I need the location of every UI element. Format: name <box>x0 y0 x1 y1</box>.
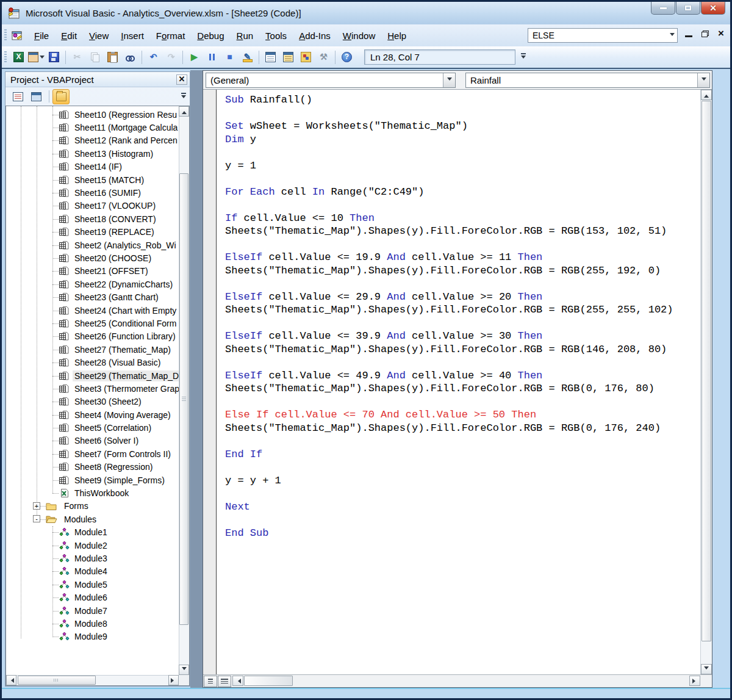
tree-item-sheet2-analytics-rob-wi[interactable]: Sheet2 (Analytics_Rob_Wi <box>6 239 179 251</box>
view-microsoft-excel-button[interactable]: X <box>10 49 27 65</box>
tree-item-sheet30-sheet2[interactable]: Sheet30 (Sheet2) <box>6 395 179 408</box>
tree-item-sheet18-convert[interactable]: Sheet18 (CONVERT) <box>6 212 179 225</box>
project-panel-options-button[interactable] <box>179 90 188 103</box>
tree-item-sheet22-dynamiccharts[interactable]: Sheet22 (DynamicCharts) <box>6 278 179 290</box>
object-combobox[interactable]: (General) <box>206 73 456 88</box>
collapse-icon[interactable]: - <box>33 515 40 522</box>
menu-debug[interactable]: Debug <box>191 28 230 43</box>
tree-item-module1[interactable]: Module1 <box>6 526 179 539</box>
menubar-grip[interactable] <box>4 29 7 41</box>
insert-userform-button[interactable] <box>28 49 45 65</box>
tree-item-sheet29-thematic-map-d[interactable]: Sheet29 (Thematic_Map_D <box>6 369 179 382</box>
tree-item-sheet10-regression-resu[interactable]: Sheet10 (Regression Resu <box>6 108 179 121</box>
tree-item-module6[interactable]: Module6 <box>6 591 179 604</box>
tree-item-sheet17-vlookup[interactable]: Sheet17 (VLOOKUP) <box>6 200 179 212</box>
paste-button[interactable] <box>104 49 121 65</box>
tree-item-module4[interactable]: Module4 <box>6 565 179 578</box>
code-editor[interactable]: Sub Rainfall() Set wSheet = Worksheets("… <box>203 90 712 674</box>
tree-item-sheet5-correlation[interactable]: Sheet5 (Correlation) <box>6 421 179 434</box>
tree-item-module2[interactable]: Module2 <box>6 539 179 552</box>
full-module-view-button[interactable] <box>218 676 231 687</box>
scroll-up-arrow[interactable] <box>701 90 712 100</box>
chevron-down-icon[interactable] <box>697 73 709 87</box>
menu-file[interactable]: File <box>28 28 55 43</box>
save-button[interactable] <box>46 49 62 65</box>
menu-help[interactable]: Help <box>381 28 412 43</box>
toggle-folders-button[interactable] <box>52 89 70 104</box>
tree-item-sheet14-if[interactable]: Sheet14 (IF) <box>6 161 179 173</box>
scroll-down-arrow[interactable] <box>701 664 712 674</box>
mdi-minimize-button[interactable] <box>685 35 692 37</box>
minimize-button[interactable] <box>651 2 675 15</box>
scroll-right-arrow[interactable] <box>168 675 179 685</box>
scroll-up-arrow[interactable] <box>179 106 189 117</box>
tree-vertical-scrollbar[interactable] <box>179 106 189 675</box>
scroll-right-arrow[interactable] <box>689 676 700 686</box>
tree-item-sheet28-visual-basic[interactable]: Sheet28 (Visual Basic) <box>6 356 179 369</box>
tree-item-sheet13-histogram[interactable]: Sheet13 (Histogram) <box>6 147 179 160</box>
tree-item-sheet21-offset[interactable]: Sheet21 (OFFSET) <box>6 265 179 278</box>
run-button[interactable]: ▶ <box>186 49 203 65</box>
tree-item-sheet27-thematic-map[interactable]: Sheet27 (Thematic_Map) <box>6 343 179 356</box>
code-hscrollbar-thumb[interactable] <box>244 676 293 686</box>
tree-item-module9[interactable]: Module9 <box>6 630 179 643</box>
properties-window-button[interactable] <box>280 49 296 65</box>
toolbox-button[interactable]: ⚒ <box>315 49 332 65</box>
tree-item-sheet23-gantt-chart[interactable]: Sheet23 (Gantt Chart) <box>6 290 179 303</box>
expand-icon[interactable]: + <box>33 502 40 510</box>
project-explorer-button[interactable] <box>262 49 279 65</box>
toolbar-grip[interactable] <box>4 51 7 63</box>
tree-item-sheet12-rank-and-percen[interactable]: Sheet12 (Rank and Percen <box>6 134 179 147</box>
help-button[interactable]: ? <box>339 49 355 65</box>
tree-item-sheet8-regression[interactable]: Sheet8 (Regression) <box>6 461 179 474</box>
menu-run[interactable]: Run <box>231 28 260 43</box>
margin-indicator-bar[interactable] <box>203 90 217 674</box>
code-scrollbar-thumb[interactable] <box>702 101 711 641</box>
design-mode-button[interactable]: ✎ <box>239 49 256 65</box>
chevron-down-icon[interactable] <box>40 56 45 61</box>
menu-insert[interactable]: Insert <box>115 28 150 43</box>
tree-item-sheet15-match[interactable]: Sheet15 (MATCH) <box>6 173 179 186</box>
tree-item-sheet11-mortgage-calcula[interactable]: Sheet11 (Mortgage Calcula <box>6 121 179 134</box>
code-vertical-scrollbar[interactable] <box>700 90 712 674</box>
menu-tools[interactable]: Tools <box>259 28 293 43</box>
tree-item-module7[interactable]: Module7 <box>6 604 179 617</box>
undo-button[interactable]: ↶ <box>145 49 162 65</box>
tree-item-sheet16-sumif[interactable]: Sheet16 (SUMIF) <box>6 186 179 199</box>
view-code-button[interactable] <box>9 89 26 104</box>
menubar-combobox[interactable]: ELSE <box>528 28 678 43</box>
panel-splitter[interactable] <box>190 70 203 688</box>
view-object-button[interactable] <box>27 89 45 104</box>
tree-item-forms[interactable]: + Forms <box>6 500 179 513</box>
break-button[interactable] <box>204 49 220 65</box>
tree-item-sheet25-conditional-form[interactable]: Sheet25 (Conditional Form <box>6 317 179 330</box>
scroll-down-arrow[interactable] <box>179 665 189 675</box>
tree-hscrollbar-thumb[interactable] <box>18 676 96 685</box>
menu-add-ins[interactable]: Add-Ins <box>293 28 337 43</box>
project-tree[interactable]: Sheet10 (Regression Resu Sheet11 (Mortga… <box>5 106 190 686</box>
procedure-combobox[interactable]: Rainfall <box>465 73 710 88</box>
menu-format[interactable]: Format <box>150 28 192 43</box>
tree-item-module5[interactable]: Module5 <box>6 578 179 591</box>
menu-edit[interactable]: Edit <box>55 28 83 43</box>
tree-item-thisworkbook[interactable]: ThisWorkbook <box>6 486 179 499</box>
tree-item-sheet20-choose[interactable]: Sheet20 (CHOOSE) <box>6 251 179 264</box>
find-button[interactable] <box>122 49 138 65</box>
tree-item-sheet26-function-library[interactable]: Sheet26 (Function Library) <box>6 330 179 343</box>
scroll-left-arrow[interactable] <box>232 676 243 686</box>
object-browser-button[interactable] <box>298 49 314 65</box>
scroll-left-arrow[interactable] <box>6 675 16 685</box>
procedure-view-button[interactable] <box>204 676 217 687</box>
chevron-down-icon[interactable] <box>443 73 455 87</box>
chevron-down-icon[interactable] <box>667 29 677 42</box>
tree-item-sheet7-form-controls-ii[interactable]: Sheet7 (Form Controls II) <box>6 447 179 460</box>
toolbar-options-button[interactable] <box>519 50 528 65</box>
tree-item-sheet24-chart-with-empty[interactable]: Sheet24 (Chart with Empty <box>6 304 179 317</box>
tree-item-sheet4-moving-average[interactable]: Sheet4 (Moving Average) <box>6 408 179 421</box>
tree-item-sheet6-solver-i[interactable]: Sheet6 (Solver I) <box>6 435 179 447</box>
project-panel-close-button[interactable]: ✕ <box>176 74 187 85</box>
tree-item-module3[interactable]: Module3 <box>6 552 179 565</box>
tree-item-sheet19-replace[interactable]: Sheet19 (REPLACE) <box>6 226 179 239</box>
maximize-button[interactable] <box>676 2 700 15</box>
mdi-restore-button[interactable] <box>702 31 709 37</box>
